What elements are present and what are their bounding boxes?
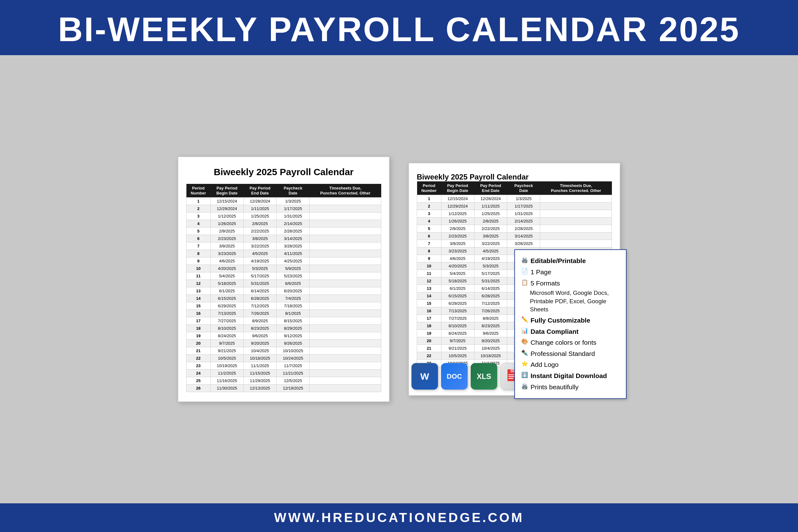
table-cell: 17 — [186, 317, 211, 325]
feature-text: 1 Page — [531, 267, 551, 278]
table-cell: 2/8/2025 — [474, 217, 507, 225]
table-cell: 7 — [186, 243, 211, 250]
table-row: 31/12/20251/25/20251/31/2025 — [417, 210, 612, 217]
table-cell — [540, 232, 612, 240]
col-period: PeriodNumber — [186, 184, 211, 197]
table-cell: 2/22/2025 — [474, 225, 507, 232]
feature-item: 🎨Change colors or fonts — [521, 337, 620, 348]
calendar-wrapper-2: Biweekly 2025 Payroll Calendar PeriodNum… — [408, 163, 620, 396]
table-cell: 11/1/2025 — [244, 362, 277, 369]
table-cell: 17 — [417, 315, 441, 322]
table-cell: 7/4/2025 — [277, 295, 309, 302]
table-cell: 5/9/2025 — [277, 265, 309, 272]
table-cell: 11/21/2025 — [277, 369, 309, 377]
table-cell: 5/4/2025 — [210, 272, 244, 280]
table-cell: 4/19/2025 — [244, 258, 277, 265]
table-cell — [309, 347, 381, 355]
table-cell: 25 — [186, 377, 211, 385]
table-cell: 15 — [417, 300, 441, 307]
calendar1-title: Biweekly 2025 Payroll Calendar — [186, 167, 381, 178]
table-cell: 3/8/2025 — [474, 232, 507, 240]
table-cell: 9/7/2025 — [210, 340, 244, 347]
table-cell — [309, 235, 381, 243]
table-cell: 20 — [186, 340, 211, 347]
table-cell: 6/28/2025 — [244, 295, 277, 302]
table-cell: 1/31/2025 — [507, 210, 540, 217]
table-cell: 8/24/2025 — [210, 332, 244, 340]
feature-text: 5 Formats — [531, 278, 560, 289]
table-cell: 10/5/2025 — [210, 355, 244, 362]
table-cell: 7/13/2025 — [441, 307, 474, 315]
table-cell: 2 — [186, 205, 211, 212]
table-cell — [309, 205, 381, 212]
table-cell: 4/5/2025 — [244, 250, 277, 258]
table-cell — [309, 287, 381, 295]
table-cell: 12/19/2025 — [277, 385, 309, 392]
table-cell: 15 — [186, 302, 211, 310]
table-row: 41/26/20252/8/20252/14/2025 — [186, 220, 381, 228]
table-cell: 10/4/2025 — [244, 347, 277, 355]
table-cell: 6/20/2025 — [277, 287, 309, 295]
table-cell: 6 — [186, 235, 211, 243]
table-row: 104/20/20255/3/20255/9/2025 — [186, 265, 381, 272]
features-box: 🖨️Editable/Printable📄1 Page📋5 FormatsMic… — [514, 249, 627, 399]
table-row: 156/29/20257/12/20257/18/2025 — [186, 302, 381, 310]
table-cell: 9/6/2025 — [244, 332, 277, 340]
col-paycheck: PaycheckDate — [277, 184, 309, 197]
table-cell: 1/17/2025 — [507, 203, 540, 210]
table-cell: 10/5/2025 — [441, 352, 474, 360]
feature-text: Data Compliant — [531, 326, 578, 337]
xls-icon: XLS — [471, 363, 497, 390]
table-row: 52/9/20252/22/20252/28/2025 — [186, 228, 381, 235]
table-cell: 9/21/2025 — [441, 345, 474, 352]
table-cell: 8/15/2025 — [277, 317, 309, 325]
table-cell — [309, 385, 381, 392]
table-cell: 11/2/2025 — [210, 369, 244, 377]
table-cell: 7/12/2025 — [474, 300, 507, 307]
table-cell: 2/28/2025 — [277, 228, 309, 235]
table-cell: 6/1/2025 — [210, 287, 244, 295]
table-cell — [309, 197, 381, 205]
feature-icon: ✒️ — [521, 348, 529, 358]
table-cell: 12 — [186, 280, 211, 287]
table-cell: 22 — [417, 352, 441, 360]
table-cell: 12/28/2024 — [474, 195, 507, 203]
table-cell: 8/10/2025 — [210, 325, 244, 332]
table-cell: 10/10/2025 — [277, 347, 309, 355]
table-cell: 1 — [417, 195, 441, 203]
table-cell: 3/22/2025 — [244, 243, 277, 250]
table-cell — [309, 369, 381, 377]
calendar-card-1: Biweekly 2025 Payroll Calendar PeriodNum… — [178, 156, 390, 402]
calendar2-title: Biweekly 2025 Payroll Calendar — [417, 173, 612, 182]
table-cell: 16 — [417, 307, 441, 315]
table-cell — [309, 250, 381, 258]
table-row: 73/9/20253/22/20253/28/2025 — [186, 243, 381, 250]
table-cell: 2/14/2025 — [277, 220, 309, 228]
feature-item: 📊Data Compliant — [521, 326, 620, 337]
feature-item: 🖨️Editable/Printable — [521, 255, 620, 266]
table-cell: 10/18/2025 — [474, 352, 507, 360]
table-cell — [309, 310, 381, 317]
table-cell — [309, 362, 381, 369]
table-cell: 1/11/2025 — [244, 205, 277, 212]
feature-icon: 📄 — [521, 267, 529, 276]
formats-detail: Microsoft Word, Google Docs, Printable P… — [530, 289, 620, 314]
table-cell: 20 — [417, 337, 441, 345]
table-cell: 2/9/2025 — [210, 228, 244, 235]
feature-item: 📄1 Page — [521, 267, 620, 278]
table-cell: 3/28/2025 — [507, 240, 540, 247]
table-row: 31/12/20251/25/20251/31/2025 — [186, 212, 381, 220]
table-cell — [309, 355, 381, 362]
table-cell: 7/27/2025 — [441, 315, 474, 322]
table-row: 52/9/20252/22/20252/28/2025 — [417, 225, 612, 232]
table-cell: 8 — [186, 250, 211, 258]
col-end: Pay PeriodEnd Date — [244, 184, 277, 197]
table-cell: 1/25/2025 — [474, 210, 507, 217]
table-cell: 2/8/2025 — [244, 220, 277, 228]
table-cell: 10 — [186, 265, 211, 272]
table-cell: 3/28/2025 — [277, 243, 309, 250]
doc-icon: DOC — [441, 363, 468, 390]
table-cell: 6/29/2025 — [210, 302, 244, 310]
table-cell: 5/23/2025 — [277, 272, 309, 280]
table-cell: 10/24/2025 — [277, 355, 309, 362]
